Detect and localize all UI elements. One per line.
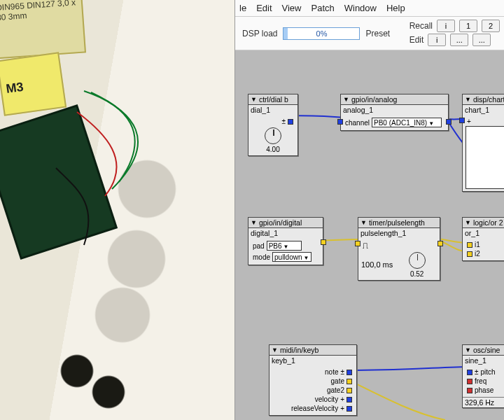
digital-mode-select[interactable]: pulldown (272, 252, 312, 262)
menu-view[interactable]: View (282, 3, 302, 13)
pulse-icon: ⎍ (363, 241, 368, 250)
node-analog-title[interactable]: gpio/in/analog (341, 94, 448, 105)
node-digital-title[interactable]: gpio/in/digital (248, 218, 323, 228)
node-keyb[interactable]: midi/in/keyb keyb_1 note±gategate2veloci… (269, 344, 357, 416)
node-digital[interactable]: gpio/in/digital digital_1 padPB6 modepul… (248, 217, 323, 265)
pulse-ms: 100,0 ms (361, 260, 393, 269)
keyb-row-pm: + (340, 405, 344, 412)
edit-more1-button[interactable]: ... (450, 34, 468, 46)
node-pulse-name: pulselength_1 (358, 228, 440, 238)
patcher-window: le Edit View Patch Window Help DSP load … (234, 0, 504, 420)
keyb-row-label: releaseVelocity (274, 405, 338, 412)
keyb-row-label: gate (274, 377, 344, 385)
pulse-in-port[interactable] (355, 241, 360, 246)
chart-display (465, 126, 504, 189)
keyb-row-label: note (274, 368, 339, 376)
node-or-name: or_1 (463, 228, 504, 238)
sine-hz: 329,6 Hz (463, 397, 504, 407)
menu-file[interactable]: le (239, 3, 246, 13)
menu-edit[interactable]: Edit (256, 3, 272, 13)
node-sine-title[interactable]: osc/sine (463, 345, 504, 356)
sine-port-0[interactable] (467, 370, 472, 375)
sine-row-label: pitch (481, 368, 496, 376)
keyb-port-4[interactable] (346, 406, 352, 412)
dsp-load-meter: 0% (283, 27, 360, 40)
analog-channel-select[interactable]: PB0 (ADC1_IN8) (372, 118, 442, 127)
node-dial-title[interactable]: ctrl/dial b (248, 94, 298, 105)
dial-knob[interactable] (265, 127, 281, 144)
dsp-load-label: DSP load (242, 29, 277, 38)
screw-box-2: M3 (0, 52, 66, 116)
sine-port-1[interactable] (467, 379, 472, 384)
digital-out-port[interactable] (321, 239, 326, 245)
node-chart-title[interactable]: disp/chart p (463, 94, 504, 105)
node-keyb-name: keyb_1 (270, 356, 356, 365)
node-pulse-title[interactable]: timer/pulselength (358, 218, 440, 228)
node-sine[interactable]: osc/sine sine_1 ±pitchfreqphase 329,6 Hz (462, 344, 504, 408)
pulse-value: 0.52 (397, 270, 437, 278)
sine-port-2[interactable] (467, 388, 472, 393)
menu-patch[interactable]: Patch (311, 3, 334, 13)
node-sine-name: sine_1 (463, 356, 504, 365)
dial-value: 4.00 (251, 146, 295, 153)
digital-pad-select[interactable]: PB6 (267, 241, 302, 251)
pulse-knob[interactable] (409, 252, 426, 269)
analog-channel-label: channel (345, 119, 370, 127)
chart-plus: + (467, 118, 471, 125)
menu-window[interactable]: Window (344, 3, 377, 13)
dial-pm: ± (253, 118, 286, 125)
node-chart[interactable]: disp/chart p chart_1 + (462, 94, 504, 192)
sine-row-pm: ± (475, 368, 479, 376)
or-i2-port[interactable] (467, 251, 472, 257)
node-chart-name: chart_1 (463, 105, 504, 115)
recall-label: Recall (410, 21, 433, 31)
digital-mode-label: mode (253, 253, 270, 261)
menu-help[interactable]: Help (386, 3, 405, 13)
keyb-port-2[interactable] (346, 388, 352, 393)
node-analog-name: analog_1 (341, 105, 448, 115)
recall-2-button[interactable]: 2 (482, 20, 500, 32)
keyb-row-label: gate2 (274, 386, 344, 394)
node-keyb-title[interactable]: midi/in/keyb (270, 345, 356, 356)
node-pulselength[interactable]: timer/pulselength pulselength_1 ⎍ 100,0 … (358, 217, 440, 281)
or-i1-label: i1 (475, 241, 480, 248)
sine-row-label: phase (475, 386, 493, 394)
pcb-board (0, 107, 115, 257)
screw-box-1: DIN965 DIN127 3,0 x 30 3mm (0, 0, 86, 59)
node-keyb-body: note±gategate2velocity+releaseVelocity+ (270, 365, 356, 415)
recall-1-button[interactable]: 1 (459, 20, 477, 32)
node-dial-name: dial_1 (248, 105, 298, 115)
digital-pad-label: pad (253, 242, 265, 250)
analog-in-port[interactable] (337, 119, 343, 125)
node-digital-name: digital_1 (248, 228, 323, 238)
edit-i-button[interactable]: i (428, 34, 446, 46)
keyb-row-label: velocity (274, 396, 338, 403)
pulse-out-port[interactable] (438, 241, 443, 246)
toolbar: DSP load 0% Preset Recall i 1 2 Edit i .… (235, 17, 504, 50)
keyb-port-1[interactable] (346, 379, 352, 384)
sine-row-label: freq (475, 377, 486, 385)
edit-more2-button[interactable]: ... (472, 34, 491, 46)
keyb-port-0[interactable] (346, 370, 352, 375)
recall-i-button[interactable]: i (437, 20, 455, 32)
node-sine-body: ±pitchfreqphase (463, 365, 504, 397)
node-analog[interactable]: gpio/in/analog analog_1 channel PB0 (ADC… (340, 94, 449, 131)
hardware-photo: DIN965 DIN127 3,0 x 30 3mm M3 (0, 0, 234, 420)
or-i2-label: i2 (475, 250, 480, 258)
analog-out-port[interactable] (446, 119, 451, 125)
edit-label: Edit (410, 35, 424, 45)
node-or[interactable]: logic/or 2 or_1 i1 i2 (462, 217, 504, 261)
or-i1-port[interactable] (467, 242, 472, 248)
patch-canvas[interactable]: ctrl/dial b dial_1 ± 4.00 gpio/in/analog… (235, 50, 504, 420)
dial-out-port[interactable] (288, 119, 293, 125)
keyb-port-3[interactable] (346, 397, 352, 402)
keyb-row-pm: ± (341, 368, 345, 376)
preset-label: Preset (365, 29, 390, 38)
chart-in-port[interactable] (459, 118, 465, 123)
node-or-title[interactable]: logic/or 2 (463, 218, 504, 228)
node-dial[interactable]: ctrl/dial b dial_1 ± 4.00 (248, 94, 298, 156)
keyb-row-pm: + (340, 396, 344, 403)
menubar[interactable]: le Edit View Patch Window Help (235, 0, 504, 17)
